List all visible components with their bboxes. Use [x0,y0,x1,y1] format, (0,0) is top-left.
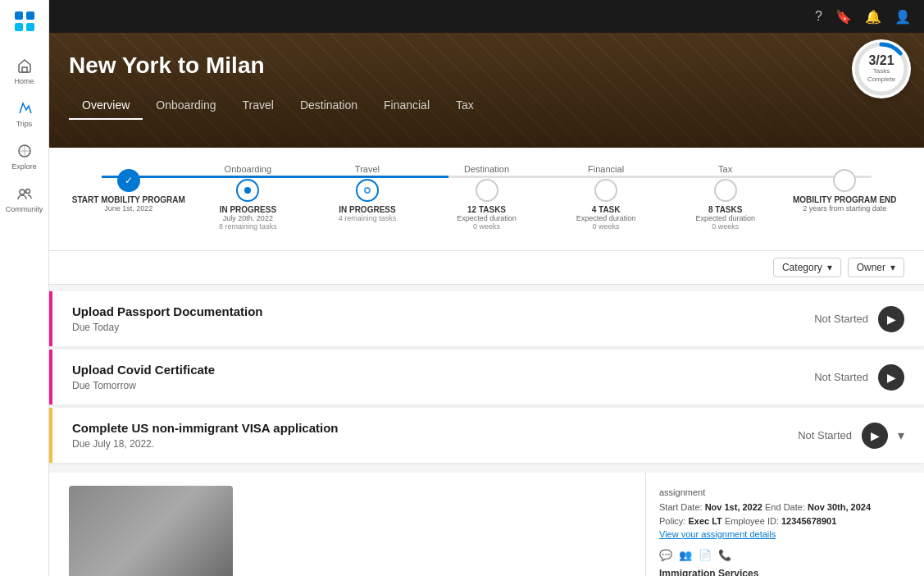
group-icon[interactable]: 👥 [679,549,692,561]
policy-label: Policy: [659,516,688,526]
assignment-link[interactable]: View your assignment details [659,529,911,539]
step-tax-label: Tax [718,164,732,174]
step-onboarding-label: onboarding [225,164,272,174]
step-onboarding-sub: 8 remaining tasks [219,222,277,231]
svg-rect-3 [26,23,34,31]
task-card-2-left: Upload Covid Certificate Due Tomorrow [72,363,814,391]
step-end-status: MOBILITY PROGRAM END [793,195,896,204]
step-financial-status: 4 TASK [592,205,621,214]
svg-rect-0 [15,11,23,20]
page-title: New York to Milan [69,53,904,79]
timeline-step-financial: Financial 4 TASK Expected duration 0 wee… [546,164,666,231]
document-icon[interactable]: 📄 [699,549,712,561]
app-logo [10,7,39,36]
content-area: ✓ START MOBILITY PROGRAM June 1st, 2022 … [49,148,924,576]
step-travel-status: IN PROGRESS [339,205,395,214]
step-financial-sub: 0 weeks [593,222,620,231]
nav-onboarding[interactable]: Onboarding [143,92,229,120]
task-card-3-right: Not Started ▶ ▾ [798,423,904,449]
step-start-date: June 1st, 2022 [104,204,152,213]
step-destination-sub: 0 weeks [473,222,500,231]
step-financial-label: Financial [588,164,624,174]
timeline-steps: ✓ START MOBILITY PROGRAM June 1st, 2022 … [69,164,904,231]
task-card-1: Upload Passport Documentation Due Today … [49,291,924,346]
community-icon [15,184,34,203]
step-tax-circle [714,179,737,202]
step-start-status: START MOBILITY PROGRAM [72,195,185,204]
timeline-step-onboarding: onboarding IN PROGRESS July 20th, 2022 8… [189,164,308,231]
nav-travel[interactable]: Travel [230,92,287,120]
explore-icon [15,141,34,161]
task-2-title: Upload Covid Certificate [72,363,814,377]
task-1-play-button[interactable]: ▶ [878,306,904,332]
step-travel-label: Travel [355,164,380,174]
sidebar-item-community-label: Community [6,205,43,213]
category-chevron-icon: ▾ [827,262,832,273]
user-icon[interactable]: 👤 [894,9,911,25]
sidebar-item-explore-label: Explore [11,162,37,171]
immigration-services-title: Immigration Services [659,568,911,576]
timeline-step-travel: Travel IN PROGRESS 4 remaining tasks [307,164,427,231]
timeline-section: ✓ START MOBILITY PROGRAM June 1st, 2022 … [49,148,924,251]
assignment-image [69,486,233,576]
task-2-due: Due Tomorrow [72,380,814,391]
task-1-due: Due Today [72,322,814,333]
timeline-track: ✓ START MOBILITY PROGRAM June 1st, 2022 … [69,164,904,231]
sidebar-item-home[interactable]: Home [0,49,48,92]
step-destination-label: Destination [464,164,509,174]
svg-rect-2 [15,23,23,31]
bottom-section: assignment Start Date: Nov 1st, 2022 End… [49,473,924,576]
task-2-play-button[interactable]: ▶ [878,364,904,391]
nav-tax[interactable]: Tax [443,92,487,120]
employee-id-value: 12345678901 [781,516,836,526]
step-end-circle [833,169,856,192]
phone-icon[interactable]: 📞 [718,549,731,561]
task-1-status: Not Started [814,313,868,325]
timeline-step-end: MOBILITY PROGRAM END 2 years from starti… [785,164,904,231]
step-onboarding-circle [236,179,259,202]
tasks-list: Upload Passport Documentation Due Today … [49,285,924,473]
owner-filter-label: Owner [857,262,885,273]
step-start-circle: ✓ [117,169,140,192]
bookmark-icon[interactable]: 🔖 [835,9,852,25]
sidebar-item-trips[interactable]: Trips [0,92,48,135]
step-travel-circle [356,179,379,202]
owner-filter[interactable]: Owner ▾ [848,258,904,277]
start-date-value: Nov 1st, 2022 [705,502,762,512]
step-destination-date: Expected duration [457,214,517,222]
step-financial-date: Expected duration [576,214,636,222]
step-end-date: 2 years from starting date [803,204,886,213]
sidebar: Home Trips Explore Community [0,0,49,576]
hero-content: New York to Milan Overview Onboarding Tr… [49,33,924,120]
end-date-label: End Date: [765,502,808,512]
sidebar-item-explore[interactable]: Explore [0,135,48,177]
step-financial-circle [594,179,617,202]
step-onboarding-date: July 20th, 2022 [223,214,273,222]
sidebar-item-community[interactable]: Community [0,177,48,220]
assignment-text: assignment [659,487,705,497]
nav-destination[interactable]: Destination [287,92,371,120]
bell-icon[interactable]: 🔔 [865,9,881,25]
task-2-status: Not Started [814,371,868,383]
progress-label2: Complete [867,75,895,84]
nav-financial[interactable]: Financial [371,92,443,120]
home-icon [15,56,34,75]
category-filter-label: Category [782,262,822,273]
nav-overview[interactable]: Overview [69,92,143,120]
message-icon[interactable]: 💬 [659,549,672,561]
task-3-expand-button[interactable]: ▾ [898,427,904,443]
service-icon-row: 💬 👥 📄 📞 [659,549,911,561]
progress-fraction: 3/21 [867,54,895,67]
help-icon[interactable]: ? [815,9,822,24]
task-3-title: Complete US non-immigrant VISA applicati… [72,421,798,435]
svg-rect-1 [26,11,34,20]
hero-navigation: Overview Onboarding Travel Destination F… [69,92,904,120]
progress-label1: Tasks [867,67,895,75]
category-filter[interactable]: Category ▾ [773,258,841,277]
task-3-play-button[interactable]: ▶ [862,423,888,449]
task-3-due: Due July 18, 2022. [72,438,798,450]
end-date-value: Nov 30th, 2024 [808,502,871,512]
main-content: ? 🔖 🔔 👤 New York to Milan Overview Onboa… [49,0,924,576]
task-card-3-left: Complete US non-immigrant VISA applicati… [72,421,798,450]
task-card-3: Complete US non-immigrant VISA applicati… [49,408,924,463]
